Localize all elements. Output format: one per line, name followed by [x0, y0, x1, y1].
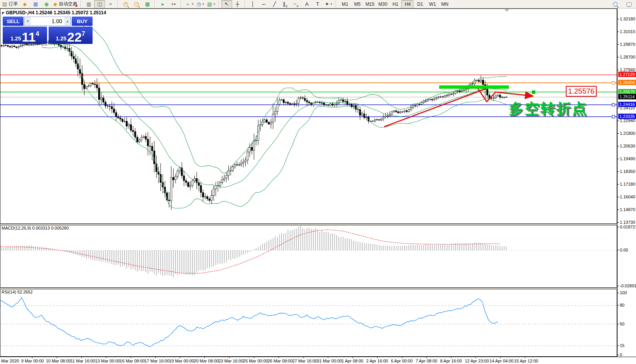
autotrading-button[interactable]: ◆自动交易 [52, 0, 79, 8]
rsi-panel[interactable]: RSI(14) 52.2652 [0, 289, 617, 357]
toolbar: ▤订单◆▦◉◆自动交易▥◫≈+−▦▸↦＋▾◷▾▧▾↖┼│─╱∥E┄FAT✦▾M1… [0, 0, 636, 8]
sell-price-button[interactable]: 1.25114 [3, 27, 47, 44]
price-level-badge: 1.23335 [618, 114, 636, 119]
crosshair-button[interactable]: ┼ [232, 0, 243, 8]
price-tick-label: 1.19490 [620, 156, 635, 161]
horizontal-line-button: ─ [262, 1, 265, 7]
price-tick-label: 1.28700 [620, 55, 635, 59]
text-button[interactable]: A [302, 0, 312, 8]
time-axis-label: 1 Apr 08:00 [342, 359, 363, 363]
time-axis-label: 27 Mar 16:00 [292, 359, 317, 363]
candlestick-icon[interactable]: ◫ [94, 0, 105, 8]
indicators-button-caret: ▾ [214, 2, 215, 6]
auto-scroll-icon: ▸ [162, 1, 164, 7]
chart-shift-marker-icon [504, 9, 509, 12]
sell-price-pip: 4 [35, 30, 39, 37]
toolbar-group: ▤订单◆▦◉◆自动交易 [1, 0, 79, 8]
periods-button[interactable]: ◷▾ [195, 0, 206, 8]
arrows-button[interactable]: ✦▾ [323, 0, 334, 8]
crosshair-button: ┼ [236, 1, 239, 7]
trendline-button: ╱ [273, 1, 276, 7]
tf-w1-button[interactable]: W1 [426, 0, 438, 8]
fibonacci-button[interactable]: ┄F [291, 0, 302, 8]
chart-title-text: GBPUSD-,H4 1.25246 1.25345 1.25072 1.251… [6, 10, 106, 15]
red-trendline[interactable] [384, 89, 485, 127]
time-axis-label: 10 Mar 08:00 [46, 359, 71, 363]
time-axis-label: 8 Apr 16:00 [440, 359, 462, 363]
line-chart-icon[interactable]: ≈ [105, 0, 116, 8]
price-axis[interactable]: 1.321801.310101.298701.287001.275601.241… [617, 8, 636, 357]
navigator-icon: ◉ [44, 1, 49, 7]
tile-windows-icon[interactable]: ▦ [142, 0, 153, 8]
auto-scroll-icon[interactable]: ▸ [157, 0, 168, 8]
tf-mn-button[interactable]: MN [438, 0, 450, 8]
text-label-button[interactable]: T [312, 0, 323, 8]
line-handle[interactable] [612, 82, 615, 84]
price-level-badge: 1.24416 [618, 102, 636, 107]
trendline-button[interactable]: ╱ [269, 0, 280, 8]
cursor-button[interactable]: ↖ [221, 0, 232, 8]
buy-button[interactable]: BUY [72, 17, 93, 26]
search-icon[interactable] [610, 0, 621, 8]
volume-stepper[interactable]: ▼ 1.00 ▲ [24, 17, 71, 26]
time-axis-label: 19 Mar 00:00 [169, 359, 194, 363]
volume-value[interactable]: 1.00 [31, 18, 64, 24]
toolbar-group: +−▦ [120, 0, 153, 8]
new-order-button[interactable]: ▤订单 [1, 0, 19, 8]
indicators-button[interactable]: ▧▾ [206, 0, 216, 8]
volume-increase-button[interactable]: ▲ [64, 17, 71, 25]
tf-h4-button[interactable]: H4 [401, 0, 413, 8]
zoom-in-icon: + [123, 2, 128, 7]
macd-panel[interactable]: MACD(12,26,9) 0.003313 0.005280 [0, 225, 617, 288]
toolbar-separator [117, 1, 119, 8]
new-chart-button[interactable]: ＋▾ [184, 0, 195, 8]
vertical-line-button[interactable]: │ [248, 0, 258, 8]
data-window-icon[interactable]: ▦ [30, 0, 41, 8]
line-handle[interactable] [612, 116, 615, 118]
arrows-button-caret: ▾ [331, 2, 332, 6]
line-handle[interactable] [532, 91, 535, 94]
volume-decrease-button[interactable]: ▼ [25, 17, 31, 25]
sell-price-big: 11 [22, 31, 35, 43]
line-handle[interactable] [612, 104, 615, 106]
price-tick-label: 1.13730 [620, 220, 635, 225]
tf-m5-button[interactable]: M5 [351, 0, 363, 8]
tf-m30-button[interactable]: M30 [376, 0, 389, 8]
buy-price-big: 22 [67, 31, 82, 43]
price-callout-label[interactable]: 1.25576 [566, 86, 597, 97]
chat-icon[interactable] [624, 0, 634, 8]
horizontal-line-button[interactable]: ─ [258, 0, 269, 8]
equidistant-channel-button[interactable]: ∥E [280, 0, 291, 8]
chart-shift-icon: ↦ [172, 1, 176, 7]
mt4-window: ▤订单◆▦◉◆自动交易▥◫≈+−▦▸↦＋▾◷▾▧▾↖┼│─╱∥E┄FAT✦▾M1… [0, 0, 636, 364]
time-axis-label: 16 Mar 08:00 [120, 359, 145, 363]
candlestick-icon: ◫ [97, 1, 102, 7]
rsi-tick-label: 15 [620, 343, 624, 348]
buy-price-button[interactable]: 1.25227 [49, 27, 93, 44]
chart-title: ◤GBPUSD-,H4 1.25246 1.25345 1.25072 1.25… [2, 10, 106, 15]
time-axis[interactable]: Mar 20209 Mar 00:0010 Mar 08:0011 Mar 16… [0, 357, 636, 364]
main-chart-panel[interactable]: ◤GBPUSD-,H4 1.25246 1.25345 1.25072 1.25… [0, 8, 617, 224]
macd-histogram [1, 226, 507, 277]
zoom-out-icon: − [134, 2, 139, 7]
zoom-in-icon[interactable]: + [120, 0, 131, 8]
sell-button[interactable]: SELL [3, 17, 24, 26]
bar-chart-icon[interactable]: ▥ [83, 0, 94, 8]
green-resistance-bar[interactable] [439, 86, 509, 89]
market-watch-icon: ◆ [23, 1, 27, 7]
zoom-out-icon[interactable]: − [131, 0, 142, 8]
macd-tick-label: 0.00 [620, 248, 628, 252]
chart-shift-icon[interactable]: ↦ [168, 0, 179, 8]
new-order-button: ▤ [2, 1, 7, 7]
market-watch-icon[interactable]: ◆ [19, 0, 30, 8]
tf-d1-button[interactable]: D1 [413, 0, 426, 8]
macd-chart[interactable] [0, 225, 617, 287]
turning-point-note[interactable]: 多空转折点 [509, 99, 588, 119]
tf-h1-button[interactable]: H1 [389, 0, 401, 8]
navigator-icon[interactable]: ◉ [41, 0, 52, 8]
tf-m15-button[interactable]: M15 [363, 0, 376, 8]
price-tick-label: 1.31010 [620, 29, 635, 34]
price-tick-label: 1.18350 [620, 169, 635, 174]
tf-m1-button[interactable]: M1 [339, 0, 351, 8]
rsi-chart[interactable] [0, 289, 617, 356]
